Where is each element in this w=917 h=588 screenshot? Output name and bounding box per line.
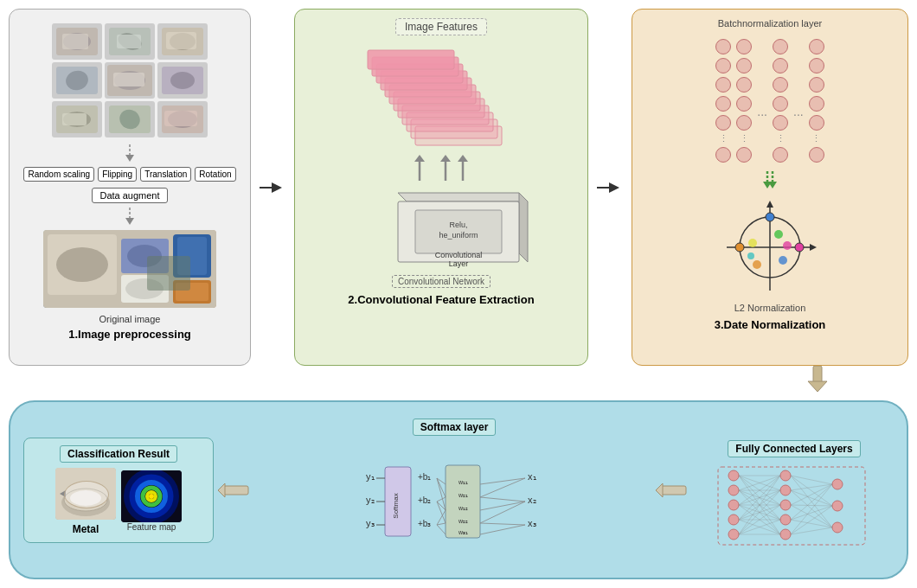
svg-text:Layer: Layer: [449, 259, 469, 268]
bn-circle-3-4: [773, 96, 788, 112]
svg-line-184: [791, 490, 832, 527]
fc-diagram: [716, 463, 872, 540]
original-image-area: [43, 230, 216, 308]
img-cell-1: [52, 23, 102, 60]
arrows-up: [402, 155, 480, 181]
svg-marker-40: [272, 182, 282, 193]
bn-circle-2-2: [736, 58, 752, 74]
bn-circle-2-5: [736, 115, 752, 131]
svg-marker-140: [656, 483, 663, 497]
svg-rect-36: [177, 237, 207, 275]
svg-line-192: [791, 506, 832, 534]
bn-col-1: ⋮: [715, 39, 731, 163]
img-cell-3: [157, 23, 208, 60]
svg-point-85: [766, 213, 774, 221]
bn-circle-3-2: [773, 58, 788, 74]
panel3-title: 3.Date Normalization: [715, 318, 826, 331]
svg-text:+b₃: +b₃: [418, 519, 431, 528]
svg-text:x₃: x₃: [528, 518, 536, 528]
svg-marker-58: [458, 155, 468, 162]
svg-rect-2: [62, 34, 88, 49]
data-augment-box: Data augment: [92, 188, 167, 203]
svg-point-144: [728, 514, 739, 525]
svg-point-30: [56, 247, 108, 282]
svg-text:+b₂: +b₂: [418, 495, 431, 505]
bn-circle-1-1: [715, 39, 731, 54]
bn-col-2: ⋮: [736, 39, 752, 163]
svg-point-148: [780, 500, 791, 510]
bn-circle-1-3: [715, 77, 731, 93]
svg-line-131: [437, 525, 446, 534]
svg-point-142: [728, 485, 739, 495]
svg-point-90: [61, 489, 110, 516]
svg-point-78: [753, 260, 761, 269]
svg-line-190: [791, 520, 832, 527]
svg-point-34: [125, 278, 164, 299]
bn-circle-2-6: [736, 147, 752, 163]
svg-line-191: [791, 484, 832, 534]
svg-text:x₂: x₂: [528, 495, 536, 505]
svg-point-15: [170, 72, 195, 89]
arrow-left-1: [218, 477, 253, 503]
svg-point-141: [728, 470, 739, 481]
svg-text:Convolutional: Convolutional: [435, 251, 483, 259]
svg-marker-56: [440, 155, 451, 162]
svg-line-183: [791, 490, 832, 506]
cls-product-image: [55, 468, 116, 520]
bn-circle-4-3: [809, 77, 824, 93]
bn-circle-3-1: [773, 39, 788, 54]
softmax-panel: Softmax layer y₁ y₂ y₃ Softmax +b₁ +b₂ +…: [257, 419, 651, 562]
svg-text:x₁: x₁: [528, 471, 536, 482]
bn-circle-2-1: [736, 39, 752, 54]
svg-point-149: [780, 514, 791, 525]
svg-point-80: [748, 239, 757, 247]
bn-circle-4-1: [809, 39, 824, 54]
feature-map-label: Feature map: [127, 522, 176, 532]
svg-point-146: [780, 470, 791, 481]
svg-rect-23: [164, 111, 197, 126]
svg-line-134: [480, 497, 525, 502]
svg-point-86: [795, 243, 804, 252]
svg-text:w₂₂: w₂₂: [458, 518, 468, 524]
aug-flipping: Flipping: [98, 167, 137, 182]
svg-line-135: [480, 502, 525, 510]
classification-panel: Classification Result: [23, 438, 214, 543]
bn-circle-2-4: [736, 96, 752, 112]
arrow-right-2: [597, 9, 623, 366]
svg-text:w₁₁: w₁₁: [458, 479, 468, 485]
classification-title: Classification Result: [60, 445, 177, 463]
svg-line-126: [437, 497, 446, 502]
image-features-label: Image Features: [395, 18, 487, 35]
svg-point-92: [70, 490, 101, 506]
bn-dots-3: ⋮: [776, 134, 786, 144]
panel-3-normalization: Batchnormalization layer ⋮: [632, 9, 908, 366]
cls-product-container: Metal: [55, 468, 116, 535]
svg-marker-54: [414, 155, 425, 162]
cls-heatmap-image: [121, 470, 182, 522]
svg-rect-139: [660, 486, 686, 495]
svg-point-153: [832, 522, 843, 533]
img-cell-5: [105, 62, 155, 99]
bn-circle-1-6: [715, 147, 731, 163]
bn-label: Batchnormalization layer: [718, 18, 822, 29]
bottom-row: Classification Result: [9, 400, 908, 579]
svg-point-91: [64, 489, 107, 511]
bn-circle-4-5: [809, 115, 824, 131]
svg-line-137: [480, 523, 525, 525]
arrow-dashed-down-2: [123, 208, 137, 225]
main-container: Random scaling Flipping Translation Rota…: [0, 0, 917, 588]
svg-point-151: [832, 479, 843, 489]
svg-rect-52: [368, 50, 454, 69]
arrow-left-2: [656, 477, 690, 503]
arrow-green-down: [761, 171, 779, 190]
img-cell-2: [105, 23, 155, 60]
svg-rect-18: [62, 113, 87, 125]
softmax-title: Softmax layer: [413, 419, 497, 436]
svg-text:y₂: y₂: [366, 495, 375, 505]
bn-circle-2-3: [736, 77, 752, 93]
svg-text:+b₁: +b₁: [418, 472, 431, 482]
vertical-arrow-down: [9, 374, 908, 392]
svg-marker-75: [810, 244, 817, 251]
aug-labels: Random scaling Flipping Translation Rota…: [23, 167, 235, 182]
l2-label: L2 Normalization: [734, 303, 806, 313]
